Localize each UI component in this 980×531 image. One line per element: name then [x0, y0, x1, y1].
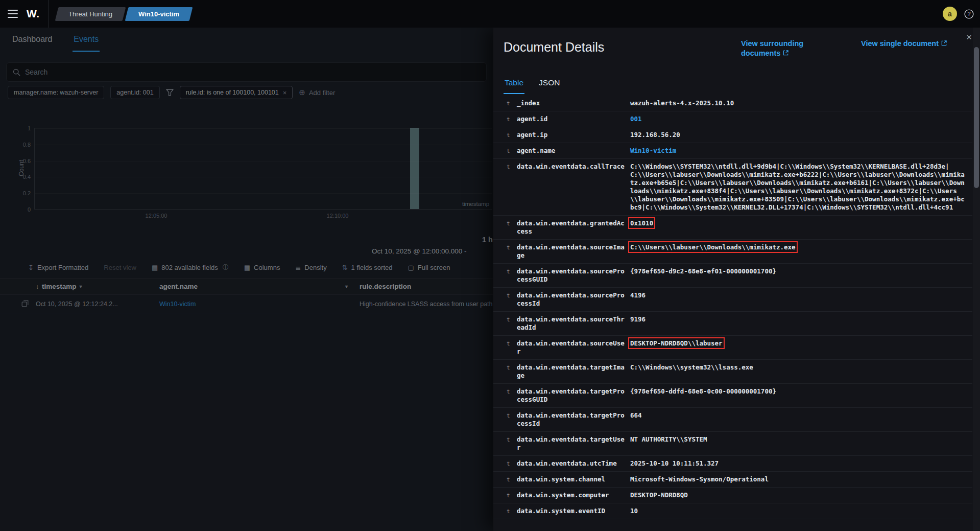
- y-axis-tick: 0.4: [23, 173, 31, 180]
- field-type-icon: t: [507, 459, 517, 467]
- close-icon[interactable]: ×: [966, 32, 972, 42]
- filter-pill-manager-name[interactable]: manager.name: wazuh-server: [8, 86, 104, 99]
- x-axis-tick: 12:10:00: [327, 213, 349, 219]
- column-header-rule-description[interactable]: rule.description: [360, 279, 411, 294]
- field-name: data.win.eventdata.sourceUser: [517, 339, 626, 356]
- filter-bar: manager.name: wazuh-server agent.id: 001…: [8, 86, 335, 99]
- field-row: tdata.win.eventdata.grantedAccess0x1010: [493, 216, 972, 240]
- breadcrumb-win10-victim[interactable]: Win10-victim: [125, 7, 193, 21]
- field-name: data.win.system.eventID: [517, 507, 626, 515]
- available-fields-button[interactable]: ▤ 802 available fields ⓘ: [152, 263, 229, 272]
- field-row: tdata.win.system.computerDESKTOP-NDRD8QD: [493, 488, 972, 503]
- field-value: 0x1010: [630, 219, 967, 227]
- tab-events[interactable]: Events: [73, 34, 100, 52]
- gridline: [35, 193, 492, 194]
- wazuh-logo[interactable]: W.: [26, 8, 48, 20]
- filter-pill-label: manager.name: wazuh-server: [14, 89, 98, 96]
- histogram-bar[interactable]: [410, 128, 419, 209]
- flyout-title: Document Details: [504, 40, 604, 55]
- field-type-icon: t: [507, 147, 517, 154]
- search-bar[interactable]: [6, 62, 487, 82]
- field-type-icon: t: [507, 387, 517, 395]
- histogram-plot-area: [34, 128, 492, 210]
- full-screen-button[interactable]: ▢ Full screen: [408, 264, 450, 271]
- value-link[interactable]: 001: [630, 115, 642, 123]
- field-type-icon: t: [507, 115, 517, 123]
- value-link[interactable]: Win10-victim: [630, 147, 676, 154]
- field-type-icon: t: [507, 131, 517, 138]
- view-surrounding-documents-link[interactable]: View surrounding documents: [741, 39, 825, 58]
- column-header-agent-name[interactable]: agent.name: [159, 279, 198, 294]
- y-axis-tick: 0.6: [23, 157, 31, 165]
- field-name: agent.ip: [517, 131, 626, 139]
- sort-desc-icon: ↓: [36, 283, 39, 290]
- breadcrumb: Threat Hunting Win10-victim: [57, 7, 191, 21]
- topbar-right: a ?: [943, 7, 980, 21]
- field-value: 2025-10-10 10:11:51.327: [630, 459, 967, 468]
- field-name: data.win.system.computer: [517, 491, 626, 499]
- search-icon: [13, 68, 20, 76]
- hits-time-range: Oct 10, 2025 @ 12:00:00.000 -: [372, 247, 467, 255]
- field-value: NT AUTHORITY\\SYSTEM: [630, 435, 967, 444]
- top-bar: W. Threat Hunting Win10-victim a ?: [0, 0, 980, 28]
- remove-filter-icon[interactable]: ×: [283, 89, 287, 97]
- cell-timestamp: Oct 10, 2025 @ 12:12:24.2...: [36, 295, 118, 313]
- field-type-icon: t: [507, 291, 517, 299]
- export-formatted-button[interactable]: ↧ Export Formatted: [28, 264, 88, 271]
- page-tabs: Dashboard Events: [11, 34, 100, 52]
- view-single-document-link[interactable]: View single document: [861, 39, 947, 49]
- sort-icon: ⇅: [342, 264, 348, 271]
- value-text: NT AUTHORITY\\SYSTEM: [630, 435, 707, 443]
- tab-dashboard[interactable]: Dashboard: [11, 34, 53, 52]
- add-filter-label: Add filter: [309, 89, 335, 97]
- field-row: t_indexwazuh-alerts-4.x-2025.10.10: [493, 96, 972, 111]
- add-filter-button[interactable]: ⊕ Add filter: [299, 88, 335, 97]
- y-axis-tick: 0: [28, 206, 31, 213]
- scrollbar-thumb[interactable]: [974, 47, 979, 188]
- columns-button[interactable]: ▦ Columns: [244, 264, 280, 271]
- field-name: agent.id: [517, 115, 626, 123]
- field-row: tdata.win.eventdata.targetImageC:\\Windo…: [493, 360, 972, 384]
- hamburger-menu-icon[interactable]: [0, 0, 26, 28]
- topbar-divider: [48, 0, 49, 28]
- chevron-down-icon[interactable]: ▾: [80, 284, 82, 289]
- field-type-icon: t: [507, 339, 517, 347]
- field-row: tdata.win.eventdata.sourceProcessId4196: [493, 288, 972, 312]
- highlighted-value: C:\\Users\\labuser\\Downloads\\mimikatz.…: [630, 243, 796, 251]
- avatar[interactable]: a: [943, 7, 957, 21]
- density-button[interactable]: ≣ Density: [295, 264, 326, 271]
- reset-view-button[interactable]: Reset view: [104, 264, 136, 271]
- value-text: 2025-10-10 10:11:51.327: [630, 459, 719, 467]
- tab-table[interactable]: Table: [504, 78, 524, 94]
- field-type-icon: t: [507, 411, 517, 419]
- field-row: tagent.ip192.168.56.20: [493, 127, 972, 143]
- cell-agent-name-link[interactable]: Win10-victim: [159, 295, 196, 313]
- help-icon[interactable]: ?: [964, 9, 974, 19]
- expand-document-icon[interactable]: [21, 300, 29, 307]
- field-value: C:\\Windows\\SYSTEM32\\ntdll.dll+9d9b4|C…: [630, 163, 967, 212]
- tab-json[interactable]: JSON: [538, 78, 561, 94]
- field-value: {978ef650-d9c2-68e8-ef01-000000001700}: [630, 267, 967, 275]
- filter-funnel-icon[interactable]: [166, 89, 174, 96]
- search-input[interactable]: [25, 68, 480, 76]
- flyout-scrollbar[interactable]: [973, 28, 980, 531]
- density-icon: ≣: [295, 264, 301, 271]
- field-row: tdata.win.eventdata.targetUserNT AUTHORI…: [493, 432, 972, 456]
- value-text: {978ef650-ddfd-68e8-0c00-000000001700}: [630, 387, 776, 395]
- field-name: data.win.eventdata.grantedAccess: [517, 219, 626, 236]
- document-details-flyout: × Document Details View surrounding docu…: [493, 28, 980, 531]
- fullscreen-icon: ▢: [408, 264, 414, 271]
- breadcrumb-label: Threat Hunting: [68, 10, 112, 18]
- fields-sorted-button[interactable]: ⇅ 1 fields sorted: [342, 264, 393, 271]
- breadcrumb-threat-hunting[interactable]: Threat Hunting: [55, 7, 126, 21]
- field-type-icon: t: [507, 475, 517, 483]
- export-icon: ↧: [28, 264, 34, 271]
- field-row: tdata.win.eventdata.sourceProcessGUID{97…: [493, 264, 972, 288]
- filter-pill-rule-id[interactable]: rule.id: is one of 100100, 100101 ×: [180, 86, 293, 99]
- filter-pill-agent-id[interactable]: agent.id: 001: [110, 86, 159, 99]
- field-row: tdata.win.eventdata.sourceThreadId9196: [493, 312, 972, 336]
- column-menu-agent-name[interactable]: ▾: [345, 279, 348, 294]
- external-link-icon: [941, 40, 947, 46]
- events-histogram: Count 00.20.40.60.81 timestamp 12:05:001…: [0, 104, 493, 224]
- column-header-timestamp[interactable]: ↓ timestamp ▾: [36, 279, 82, 294]
